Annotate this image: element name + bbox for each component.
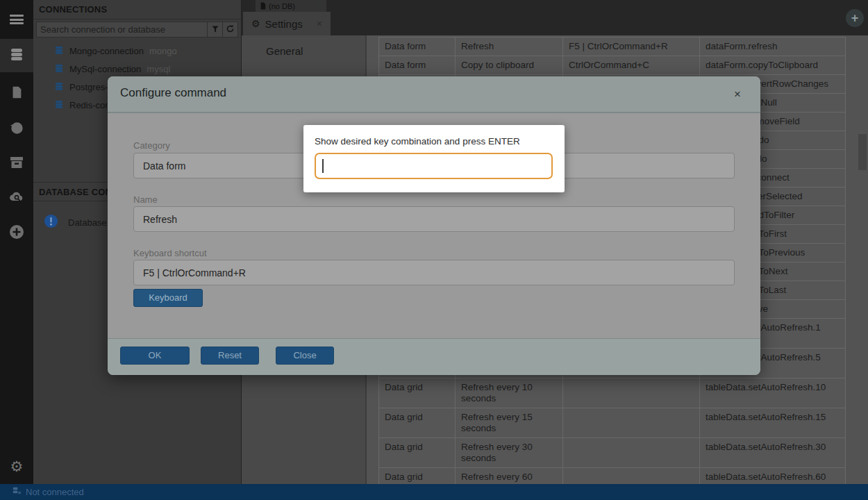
tab-group-no-db[interactable]: (no DB) ×: [256, 0, 326, 12]
connection-database-icon: [54, 99, 69, 111]
plus-circle-icon: [8, 224, 25, 243]
connection-search-input[interactable]: [36, 22, 208, 38]
modal-title: Configure command: [120, 86, 226, 100]
cell-name: Refresh every 15 seconds: [456, 408, 563, 438]
ok-button[interactable]: OK: [120, 347, 190, 365]
cell-keyboard-shortcut: [563, 438, 700, 467]
connection-name: MySql-connection: [69, 64, 141, 74]
connection-engine: mongo: [149, 46, 177, 56]
text-cursor: [322, 159, 324, 173]
archive-nav-button[interactable]: [0, 147, 33, 181]
table-row[interactable]: Data grid Refresh every 30 seconds table…: [379, 438, 845, 468]
keyboard-shortcut-field[interactable]: [133, 260, 735, 285]
cell-keyboard-shortcut: F5 | CtrlOrCommand+R: [563, 38, 700, 56]
archive-icon: [9, 155, 24, 173]
cell-name: Refresh every 30 seconds: [456, 438, 563, 467]
connections-nav-button[interactable]: [0, 39, 33, 72]
key-capture-input[interactable]: [315, 153, 553, 179]
configure-command-modal: Configure command × Category Name Keyboa…: [108, 76, 760, 375]
cell-command-id: tableData.setAutoRefresh.10: [700, 378, 846, 408]
filter-button[interactable]: [208, 22, 223, 38]
filter-funnel-icon: [211, 24, 219, 36]
menu-icon[interactable]: [0, 3, 33, 36]
reset-button[interactable]: Reset: [201, 347, 259, 365]
connection-database-icon: [54, 81, 69, 93]
gear-icon: ⚙: [251, 18, 260, 29]
history-nav-button[interactable]: [0, 112, 33, 146]
history-icon: [9, 120, 24, 138]
database-icon: [9, 47, 24, 65]
table-row[interactable]: Data grid Refresh every 10 seconds table…: [379, 378, 845, 408]
refresh-connections-button[interactable]: [223, 22, 238, 38]
cell-command-id: tableData.setAutoRefresh.15: [700, 408, 846, 438]
table-row[interactable]: Data form Refresh F5 | CtrlOrCommand+R d…: [379, 38, 845, 56]
tab-group-label: (no DB): [269, 2, 318, 10]
keyboard-shortcut-label: Keyboard shortcut: [133, 248, 207, 258]
close-button[interactable]: Close: [276, 347, 334, 365]
name-label: Name: [133, 194, 158, 205]
settings-section-general[interactable]: General: [266, 45, 303, 57]
add-button[interactable]: +: [846, 9, 864, 27]
name-field[interactable]: [133, 206, 735, 232]
connections-panel-title: CONNECTIONS: [33, 0, 241, 19]
info-icon: [44, 214, 58, 231]
cell-keyboard-shortcut: CtrlOrCommand+C: [563, 56, 700, 74]
key-capture-popup: Show desired key combination and press E…: [303, 125, 565, 192]
close-tab-icon[interactable]: ×: [317, 19, 322, 28]
keyboard-button[interactable]: Keyboard: [133, 289, 203, 307]
cell-name: Refresh: [456, 38, 563, 56]
status-text: Not connected: [26, 487, 84, 497]
connection-list-item[interactable]: MySql-connection mysql: [33, 60, 241, 78]
vertical-scrollbar-thumb[interactable]: [858, 134, 867, 170]
cell-category: Data grid: [379, 408, 456, 438]
cell-command-id: tableData.setAutoRefresh.30: [700, 438, 846, 467]
gear-icon: ⚙: [10, 460, 24, 474]
close-icon[interactable]: ×: [734, 88, 741, 101]
table-row[interactable]: Data form Copy to clipboard CtrlOrComman…: [379, 56, 845, 75]
file-icon: [260, 0, 266, 12]
cell-command-id: dataForm.copyToClipboard: [700, 56, 846, 74]
modal-header: Configure command ×: [108, 76, 760, 113]
cloud-search-icon: [8, 189, 25, 208]
cell-category: Data form: [379, 38, 456, 56]
connection-engine: mysql: [147, 64, 170, 74]
connection-status-icon: [12, 486, 22, 499]
category-label: Category: [133, 140, 170, 151]
tab-settings[interactable]: ⚙ Settings ×: [243, 12, 331, 35]
tab-settings-label: Settings: [265, 18, 317, 30]
settings-nav-button[interactable]: ⚙: [0, 450, 33, 483]
cell-name: Refresh every 10 seconds: [456, 378, 563, 408]
status-bar: Not connected: [0, 484, 868, 500]
cell-keyboard-shortcut: [563, 408, 700, 438]
files-nav-button[interactable]: [0, 77, 33, 110]
table-row[interactable]: Data grid Refresh every 15 seconds table…: [379, 408, 845, 438]
connection-name: Mongo-connection: [69, 46, 144, 56]
connection-database-icon: [54, 45, 69, 57]
cloud-search-nav-button[interactable]: [0, 182, 33, 215]
modal-footer: OK Reset Close: [108, 338, 760, 375]
cell-keyboard-shortcut: [563, 378, 700, 408]
add-connection-nav-button[interactable]: [0, 217, 33, 250]
connection-database-icon: [54, 63, 69, 75]
cell-category: Data grid: [379, 378, 456, 408]
cell-category: Data grid: [379, 438, 456, 467]
connection-list-item[interactable]: Mongo-connection mongo: [33, 42, 241, 60]
cell-category: Data form: [379, 56, 456, 74]
key-capture-message: Show desired key combination and press E…: [315, 136, 520, 147]
close-tab-group-icon[interactable]: ×: [318, 2, 322, 10]
file-icon: [10, 85, 24, 102]
cell-name: Copy to clipboard: [456, 56, 563, 74]
refresh-icon: [226, 24, 235, 36]
cell-command-id: dataForm.refresh: [700, 38, 846, 56]
left-icon-bar: ⚙: [0, 0, 33, 484]
connection-search-row: [36, 22, 238, 38]
